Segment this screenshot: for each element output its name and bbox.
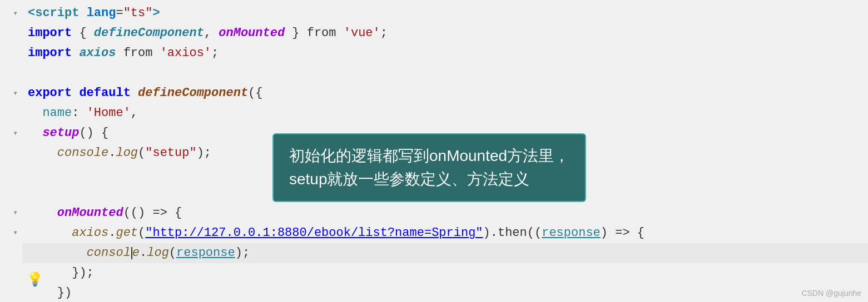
- token: "setup": [145, 143, 196, 163]
- code-line-6: name : 'Home' ,: [22, 103, 868, 123]
- token: ({: [248, 83, 262, 103]
- token-from-2: from: [123, 43, 153, 63]
- editor-container: ▾ ▾ ▾ ▾ ▾ <script lang = "ts: [0, 0, 868, 302]
- gutter-line-4: [0, 63, 19, 83]
- gutter-line-7: ▾: [0, 123, 19, 143]
- token: () {: [79, 123, 108, 143]
- code-line-13: console . log ( response );: [22, 243, 868, 263]
- token: );: [197, 143, 211, 163]
- token: "ts": [123, 3, 153, 23]
- token: export: [28, 83, 72, 103]
- gutter-line-2: [0, 23, 19, 43]
- token: [28, 123, 42, 143]
- token: [79, 3, 86, 23]
- token: .: [108, 143, 116, 163]
- token: lang: [87, 3, 116, 23]
- watermark: CSDN @gujunhe: [801, 289, 861, 298]
- gutter-line-1: ▾: [0, 3, 19, 23]
- token: ;: [211, 43, 219, 63]
- token: get: [116, 223, 138, 243]
- token: 'axios': [160, 43, 211, 63]
- token: ) => {: [601, 223, 644, 243]
- token: >: [152, 3, 160, 23]
- tooltip-line1: 初始化的逻辑都写到onMounted方法里，: [289, 144, 569, 168]
- token: ,: [131, 103, 138, 123]
- gutter-line-15: [0, 282, 19, 302]
- gutter-line-5: ▾: [0, 83, 19, 103]
- token: name: [42, 103, 72, 123]
- gutter-line-13: [0, 242, 19, 262]
- token: [116, 43, 123, 63]
- fold-arrow-7[interactable]: ▾: [13, 128, 18, 138]
- token: =: [116, 3, 123, 23]
- token: response: [542, 223, 601, 243]
- token: axios: [79, 43, 116, 63]
- token: [72, 83, 79, 103]
- token: 'vue': [344, 23, 380, 43]
- code-line-2: import { defineComponent , onMounted } f…: [22, 23, 868, 43]
- token: response: [176, 243, 235, 263]
- code-line-4: [22, 63, 868, 83]
- token: axios: [72, 223, 108, 243]
- code-line-14: });: [22, 263, 868, 283]
- gutter-line-10: [0, 183, 19, 203]
- code-line-12: axios . get ( "http://127.0.0.1:8880/ebo…: [22, 223, 868, 243]
- gutter-line-12: ▾: [0, 222, 19, 242]
- code-line-5: export default defineComponent ({: [22, 83, 868, 103]
- line-gutter: ▾ ▾ ▾ ▾ ▾: [0, 0, 22, 302]
- token: onMounted: [219, 23, 285, 43]
- token: defineComponent: [138, 83, 248, 103]
- gutter-line-14: [0, 262, 19, 282]
- token: import: [28, 23, 72, 43]
- gutter-line-3: [0, 43, 19, 63]
- token: [28, 203, 57, 223]
- token: [336, 23, 344, 43]
- code-line-3: import axios from 'axios' ;: [22, 43, 868, 63]
- tooltip-overlay: 初始化的逻辑都写到onMounted方法里， setup就放一些参数定义、方法定…: [272, 133, 586, 202]
- token: onMounted: [57, 203, 123, 223]
- token-url: "http://127.0.0.1:8880/ebook/list?name=S…: [145, 223, 483, 243]
- token: ).then((: [483, 223, 542, 243]
- fold-arrow-5[interactable]: ▾: [13, 88, 18, 98]
- fold-arrow-12[interactable]: ▾: [13, 228, 18, 237]
- gutter-line-11: ▾: [0, 203, 19, 223]
- token: (: [138, 143, 145, 163]
- token: log: [116, 143, 138, 163]
- token: .: [140, 243, 147, 263]
- token: import: [28, 43, 72, 63]
- token: 'Home': [87, 103, 131, 123]
- token: default: [79, 83, 130, 103]
- gutter-line-8: [0, 143, 19, 163]
- token: e: [132, 243, 140, 263]
- token: {: [72, 23, 94, 43]
- token: [131, 83, 138, 103]
- code-line-11: onMounted (() => {: [22, 203, 868, 223]
- token: [72, 43, 79, 63]
- token: [28, 223, 72, 243]
- token: [28, 243, 87, 263]
- token: .: [108, 223, 116, 243]
- gutter-line-9: [0, 163, 19, 183]
- token: ;: [380, 23, 388, 43]
- gutter-line-6: [0, 103, 19, 123]
- token: <script: [28, 3, 79, 23]
- token: defineComponent: [94, 23, 204, 43]
- tooltip-line2: setup就放一些参数定义、方法定义: [289, 168, 569, 191]
- fold-arrow-1[interactable]: ▾: [13, 8, 18, 18]
- token: log: [147, 243, 169, 263]
- token: (: [169, 243, 176, 263]
- token: (: [138, 223, 145, 243]
- fold-arrow-11[interactable]: ▾: [13, 208, 18, 217]
- token: setup: [42, 123, 79, 143]
- token: (() => {: [123, 203, 182, 223]
- token: [152, 43, 160, 63]
- code-line-15: }): [22, 283, 868, 302]
- token: );: [235, 243, 250, 263]
- token-from-1: from: [307, 23, 336, 43]
- token: :: [72, 103, 86, 123]
- code-line-1: <script lang = "ts" >: [22, 3, 868, 23]
- token: }: [285, 23, 307, 43]
- token: consol: [87, 243, 131, 263]
- lightbulb-icon[interactable]: 💡: [27, 271, 43, 288]
- token: [28, 143, 57, 163]
